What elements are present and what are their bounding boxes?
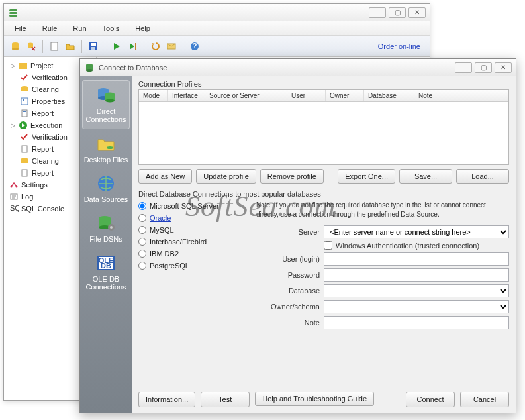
password-input[interactable] (324, 268, 509, 282)
minimize-button[interactable]: — (369, 7, 386, 18)
svg-rect-26 (21, 159, 28, 163)
close-button[interactable]: ✕ (408, 7, 426, 18)
sidebar-direct-connections[interactable]: Direct Connections (82, 80, 130, 129)
sidebar-desktop-files[interactable]: Desktop Files (82, 129, 130, 169)
toolbar-run-step-icon[interactable] (125, 39, 140, 54)
menu-run[interactable]: Run (66, 23, 93, 34)
db-gear-icon (95, 213, 117, 234)
radio-input[interactable] (138, 250, 146, 258)
col-user[interactable]: User (287, 90, 326, 101)
col-note[interactable]: Note (414, 90, 508, 101)
dialog-bottom-buttons: Information... Test Help and Troubleshoo… (138, 385, 509, 407)
owner-select[interactable] (324, 300, 509, 313)
col-mode[interactable]: Mode (139, 90, 168, 101)
user-row: User (login) (256, 252, 509, 266)
menu-tools[interactable]: Tools (96, 23, 126, 34)
separator (144, 40, 144, 53)
svg-rect-0 (9, 9, 17, 11)
note-input[interactable] (324, 316, 509, 329)
app-icon (8, 7, 19, 18)
save-button[interactable]: Save... (399, 169, 452, 184)
radio-input[interactable] (138, 214, 146, 222)
tree-label: Report (32, 145, 54, 153)
cancel-button[interactable]: Cancel (460, 392, 509, 407)
winauth-checkbox[interactable] (324, 241, 332, 250)
load-button[interactable]: Load... (456, 169, 509, 184)
radio-postgresql[interactable]: PostgreSQL (138, 262, 244, 270)
svg-point-29 (16, 186, 18, 188)
add-as-new-button[interactable]: Add as New (138, 169, 192, 184)
col-interface[interactable]: Interface (168, 90, 205, 101)
radio-mssql[interactable]: Microsoft SQL Server (138, 202, 244, 210)
main-titlebar: — ▢ ✕ (4, 4, 430, 21)
toolbar-db-remove-icon[interactable] (24, 39, 38, 54)
svg-rect-8 (51, 42, 58, 50)
profiles-label: Connection Profiles (138, 80, 509, 88)
profiles-table[interactable]: Mode Interface Source or Server User Own… (138, 89, 509, 165)
toolbar-refresh-icon[interactable] (148, 39, 163, 54)
toolbar-save-icon[interactable] (86, 39, 101, 54)
folder-icon (19, 61, 28, 70)
toolbar-mail-icon[interactable] (164, 39, 179, 54)
dialog-icon (84, 62, 95, 73)
tree-label: SQL Console (21, 205, 64, 213)
radio-input[interactable] (138, 262, 146, 270)
sidebar-oledb[interactable]: OLEDBOLE DB Connections (82, 248, 130, 296)
toolbar-help-icon[interactable]: ? (187, 39, 202, 54)
help-guide-button[interactable]: Help and Troubleshooting Guide (255, 392, 374, 406)
toolbar-new-icon[interactable] (47, 39, 62, 54)
radio-oracle[interactable]: Oracle (138, 214, 244, 222)
db-config: Microsoft SQL Server Oracle MySQL Interb… (138, 201, 509, 329)
spacer (379, 392, 401, 407)
password-label: Password (256, 271, 320, 279)
maximize-button[interactable]: ▢ (389, 7, 406, 18)
tree-label: Clearing (32, 157, 59, 165)
menu-file[interactable]: File (8, 23, 33, 34)
sidebar-label: Data Sources (84, 195, 128, 203)
radio-label: Oracle (150, 214, 171, 222)
radio-mysql[interactable]: MySQL (138, 226, 244, 234)
separator (81, 40, 82, 53)
expander-icon[interactable]: ▷ (9, 122, 16, 129)
col-source[interactable]: Source or Server (205, 90, 287, 101)
properties-icon (20, 97, 29, 106)
connect-dialog: Connect to Database — ▢ ✕ Direct Connect… (79, 58, 516, 413)
svg-point-5 (12, 48, 19, 50)
menu-rule[interactable]: Rule (36, 23, 64, 34)
update-profile-button[interactable]: Update profile (196, 169, 256, 184)
expander-icon[interactable]: ▷ (9, 62, 16, 69)
sidebar-file-dsns[interactable]: File DSNs (82, 209, 130, 248)
menu-help[interactable]: Help (128, 23, 157, 34)
server-select[interactable]: <Enter server name or connect string her… (324, 225, 509, 238)
database-select[interactable] (324, 284, 509, 297)
radio-interbase[interactable]: Interbase/Firebird (138, 238, 244, 246)
toolbar-db-icon[interactable] (8, 39, 23, 54)
check-icon (20, 73, 29, 82)
log-icon (9, 192, 19, 201)
dialog-maximize-button[interactable]: ▢ (475, 62, 492, 73)
col-owner[interactable]: Owner (326, 90, 364, 101)
dialog-minimize-button[interactable]: — (455, 62, 472, 73)
col-database[interactable]: Database (364, 90, 414, 101)
tree-label: Clearing (32, 85, 59, 93)
folder-db-icon (95, 133, 117, 154)
radio-db2[interactable]: IBM DB2 (138, 250, 244, 258)
test-button[interactable]: Test (201, 392, 250, 407)
information-button[interactable]: Information... (138, 392, 195, 407)
sidebar-data-sources[interactable]: Data Sources (82, 169, 130, 209)
order-online-link[interactable]: Order on-line (378, 42, 420, 50)
radio-input[interactable] (138, 202, 146, 210)
connect-button[interactable]: Connect (406, 392, 455, 407)
svg-rect-12 (135, 43, 136, 50)
user-input[interactable] (324, 252, 509, 266)
toolbar-run-icon[interactable] (109, 39, 124, 54)
export-one-button[interactable]: Export One... (338, 169, 395, 184)
sidebar-label: OLE DB Connections (85, 275, 126, 291)
dialog-body: Direct Connections Desktop Files Data So… (80, 76, 516, 413)
dialog-close-button[interactable]: ✕ (495, 62, 512, 73)
radio-input[interactable] (138, 226, 146, 234)
profile-buttons: Add as New Update profile Remove profile… (138, 169, 509, 184)
toolbar-open-icon[interactable] (63, 39, 77, 54)
remove-profile-button[interactable]: Remove profile (260, 169, 324, 184)
radio-input[interactable] (138, 238, 146, 246)
